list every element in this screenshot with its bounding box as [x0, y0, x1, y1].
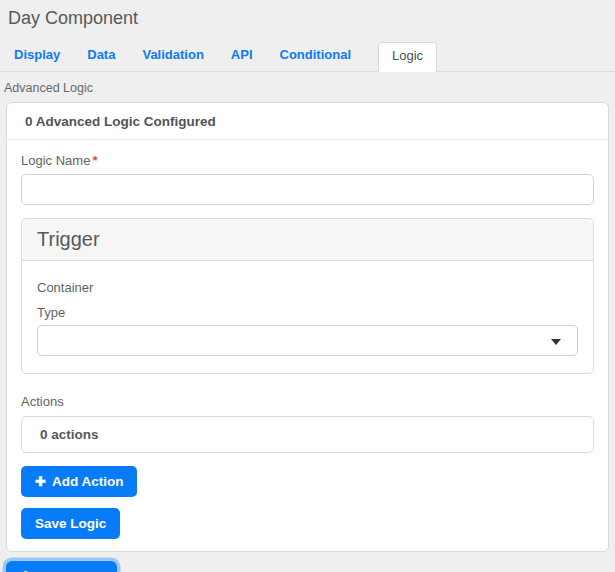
trigger-panel-title: Trigger: [22, 219, 593, 261]
advanced-logic-section-label: Advanced Logic: [4, 81, 615, 95]
add-action-label: Add Action: [52, 474, 124, 489]
actions-label: Actions: [21, 394, 594, 409]
plus-icon: ✚: [35, 475, 46, 488]
logic-name-label: Logic Name*: [21, 153, 594, 168]
add-logic-button[interactable]: ✚ Add Logic: [6, 561, 117, 572]
configured-count-header: 0 Advanced Logic Configured: [7, 103, 608, 140]
logic-form: Logic Name* Trigger Container Type Actio…: [7, 140, 608, 551]
tab-validation[interactable]: Validation: [142, 47, 203, 71]
page-title: Day Component: [8, 8, 615, 29]
required-asterisk: *: [92, 153, 97, 168]
trigger-panel: Trigger Container Type: [21, 218, 594, 374]
trigger-type-select[interactable]: [37, 325, 578, 356]
tab-conditional[interactable]: Conditional: [280, 47, 352, 71]
trigger-container-label: Container: [37, 280, 578, 295]
trigger-type-label: Type: [37, 305, 578, 320]
save-logic-label: Save Logic: [35, 516, 106, 531]
tab-data[interactable]: Data: [87, 47, 115, 71]
actions-count-box: 0 actions: [21, 416, 594, 453]
tab-bar: Display Data Validation API Conditional …: [0, 42, 615, 72]
chevron-down-icon: [551, 339, 561, 345]
save-logic-button[interactable]: Save Logic: [21, 508, 120, 539]
tab-api[interactable]: API: [231, 47, 253, 71]
advanced-logic-card: 0 Advanced Logic Configured Logic Name* …: [6, 102, 609, 552]
trigger-panel-body: Container Type: [22, 261, 593, 373]
tab-display[interactable]: Display: [14, 47, 60, 71]
component-editor: Day Component Display Data Validation AP…: [0, 8, 615, 572]
logic-name-input[interactable]: [21, 174, 594, 205]
actions-count-text: 0 actions: [40, 427, 99, 442]
tab-logic[interactable]: Logic: [378, 42, 437, 72]
add-action-button[interactable]: ✚ Add Action: [21, 466, 137, 497]
